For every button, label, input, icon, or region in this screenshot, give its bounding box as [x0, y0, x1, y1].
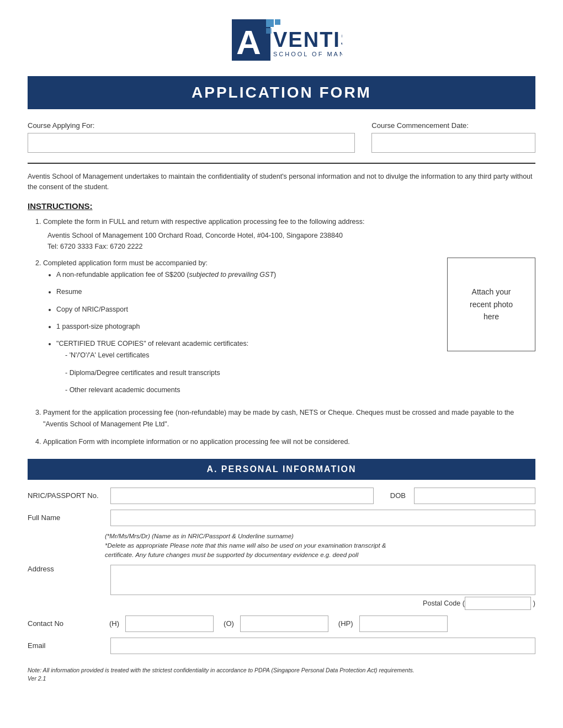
bullet-item: Copy of NRIC/Passport — [56, 304, 436, 315]
course-applying-input[interactable] — [28, 133, 355, 153]
contact-h-label: (H) — [109, 619, 119, 628]
address-box-wrap: Postal Code ( ) — [110, 565, 535, 610]
postal-end: ) — [533, 599, 535, 607]
instruction-item-4: Application Form with incomplete informa… — [43, 436, 535, 448]
sub-bullet-item: 'N'/'O'/'A' Level certificates — [65, 350, 436, 361]
bullet-item: 1 passport-size photograph — [56, 321, 436, 333]
svg-rect-2 — [275, 19, 280, 25]
course-applying-label: Course Applying For: — [28, 121, 355, 130]
personal-info-header: A. PERSONAL INFORMATION — [28, 459, 535, 480]
instruction-item-3: Payment for the application processing f… — [43, 407, 535, 431]
instructions-title: INSTRUCTIONS: — [28, 201, 535, 211]
svg-text:SCHOOL OF MANAGEMENT: SCHOOL OF MANAGEMENT — [273, 51, 342, 57]
logo-svg: A VENTIS SCHOOL OF MANAGEMENT — [221, 17, 342, 66]
form-title: APPLICATION FORM — [28, 76, 535, 109]
course-applying-field: Course Applying For: — [28, 121, 355, 153]
course-commencement-field: Course Commencement Date: — [371, 121, 535, 153]
contact-o-input[interactable] — [240, 615, 328, 632]
address-block: Aventis School of Management 100 Orchard… — [43, 230, 535, 252]
fullname-row: Full Name — [28, 510, 535, 526]
course-commencement-label: Course Commencement Date: — [371, 121, 535, 130]
logo-section: A VENTIS SCHOOL OF MANAGEMENT — [28, 17, 535, 66]
contact-h-input[interactable] — [125, 615, 214, 632]
fullname-input[interactable] — [110, 510, 535, 526]
course-commencement-input[interactable] — [371, 133, 535, 153]
postal-row: Postal Code ( ) — [110, 597, 535, 610]
sub-bullet-item: Diploma/Degree certificates and result t… — [65, 367, 436, 379]
contact-hp-input[interactable] — [359, 615, 448, 632]
instruction-item-2: Completed application form must be accom… — [43, 258, 535, 402]
svg-text:A: A — [236, 23, 261, 61]
address-input[interactable] — [110, 565, 535, 595]
section-divider — [28, 163, 535, 164]
nric-input[interactable] — [110, 488, 374, 504]
bullet-item: A non-refundable application fee of S$20… — [56, 269, 436, 281]
contact-hp-label: (HP) — [338, 619, 353, 628]
photo-box: Attach yourrecent photohere — [447, 258, 535, 351]
instruction-item-1: Complete the form in FULL and return wit… — [43, 216, 535, 252]
bullet-item: Resume — [56, 286, 436, 298]
bullet-item: "CERTIFIED TRUE COPIES" of relevant acad… — [56, 338, 436, 396]
instructions-section: INSTRUCTIONS: Complete the form in FULL … — [28, 201, 535, 448]
fullname-note: (*Mr/Ms/Mrs/Dr) (Name as in NRIC/Passpor… — [105, 532, 535, 560]
intro-text: Aventis School of Management undertakes … — [28, 172, 535, 192]
contact-o-label: (O) — [224, 619, 234, 628]
contact-label: Contact No — [28, 619, 105, 628]
sub-bullet-list: 'N'/'O'/'A' Level certificates Diploma/D… — [56, 350, 436, 396]
contact-row: Contact No (H) (O) (HP) — [28, 615, 535, 632]
svg-text:VENTIS: VENTIS — [273, 28, 342, 51]
nric-dob-row: NRIC/PASSPORT No. DOB — [28, 488, 535, 504]
bullet-list: A non-refundable application fee of S$20… — [43, 269, 436, 396]
address-row: Address Postal Code ( ) — [28, 565, 535, 610]
email-row: Email — [28, 638, 535, 654]
dob-input[interactable] — [414, 488, 535, 504]
dob-label: DOB — [390, 491, 406, 500]
course-row: Course Applying For: Course Commencement… — [28, 121, 535, 153]
svg-rect-3 — [266, 28, 272, 34]
footer-note: Note: All information provided is treate… — [28, 666, 535, 684]
nric-label: NRIC/PASSPORT No. — [28, 491, 105, 500]
sub-bullet-item: Other relevant academic documents — [65, 384, 436, 396]
email-input[interactable] — [110, 638, 535, 654]
instructions-list: Complete the form in FULL and return wit… — [28, 216, 535, 448]
fullname-label: Full Name — [28, 513, 105, 522]
email-label: Email — [28, 641, 105, 650]
address-label: Address — [28, 565, 105, 573]
postal-label: Postal Code ( — [423, 599, 465, 607]
postal-input[interactable] — [465, 597, 531, 610]
svg-rect-1 — [266, 19, 274, 27]
